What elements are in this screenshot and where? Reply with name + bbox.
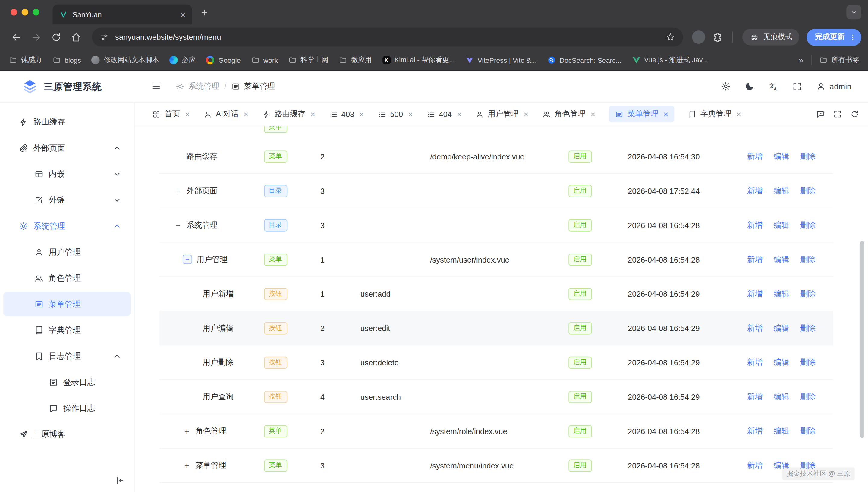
action-delete-link[interactable]: 删除 [800,254,816,264]
collapse-icon[interactable]: − [174,220,182,230]
table-row[interactable]: −用户管理菜单1/system/user/index.vue启用2026-04-… [159,242,833,277]
bookmark-item[interactable]: 必应 [170,55,196,65]
sidebar-item-external[interactable]: 外链 [3,188,130,212]
sidebar-item-menu[interactable]: 菜单管理 [3,292,130,316]
browser-tab[interactable]: SanYuan × [52,4,192,24]
site-settings-icon[interactable] [100,32,109,42]
action-add-link[interactable]: 新增 [747,289,763,299]
table-row[interactable]: 菜单 [159,126,833,140]
action-edit-link[interactable]: 编辑 [774,426,789,436]
action-add-link[interactable]: 新增 [747,151,763,161]
action-delete-link[interactable]: 删除 [800,289,816,299]
content-fullscreen-icon[interactable] [833,110,842,119]
table-row[interactable]: +菜单管理菜单3/system/menu/index.vue启用2026-04-… [159,449,833,483]
user-menu[interactable]: admin [816,81,851,91]
workspace-tab[interactable]: 首页× [152,109,189,119]
workspace-tab[interactable]: 403× [329,109,364,119]
bookmark-item[interactable]: blogs [52,56,81,65]
bookmark-item[interactable]: 微应用 [339,55,372,65]
sidebar-item-send[interactable]: 三原博客 [3,422,130,446]
table-row[interactable]: +路由缓存菜单2/demo/keep-alive/index.vue启用2026… [159,140,833,174]
bookmark-item[interactable]: 修改网站文本脚本 [92,55,159,65]
action-add-link[interactable]: 新增 [747,460,763,470]
address-bar[interactable]: sanyuan.website/system/menu [92,28,683,46]
tab-close-icon[interactable]: × [359,109,364,119]
url-text[interactable]: sanyuan.website/system/menu [115,32,659,41]
action-edit-link[interactable]: 编辑 [774,323,789,333]
minimize-window-button[interactable] [22,9,28,16]
workspace-tab[interactable]: AI对话× [203,109,248,119]
tab-close-icon[interactable]: × [663,109,668,119]
tab-close-icon[interactable]: × [457,109,462,119]
action-delete-link[interactable]: 删除 [800,151,816,161]
brand[interactable]: 三原管理系统 [0,79,134,94]
expand-icon[interactable]: + [183,426,191,436]
workspace-tab[interactable]: 500× [378,109,413,119]
bookmark-item[interactable]: VitePress | Vite &... [465,56,537,65]
workspace-tab[interactable]: 404× [427,109,462,119]
bookmark-item[interactable]: DocSearch: Searc... [547,56,621,65]
sidebar-item-embed[interactable]: 内嵌 [3,162,130,186]
bookmark-item[interactable]: 科学上网 [288,55,328,65]
dark-mode-icon[interactable] [744,81,754,91]
bookmark-item[interactable]: 钝感力 [9,55,42,65]
action-edit-link[interactable]: 编辑 [774,186,789,196]
scrollbar-thumb[interactable] [860,241,864,438]
tab-close-icon[interactable]: × [590,109,595,119]
expand-icon[interactable]: + [183,461,191,470]
action-add-link[interactable]: 新增 [747,392,763,401]
action-delete-link[interactable]: 删除 [800,426,816,436]
action-delete-link[interactable]: 删除 [800,186,816,196]
bookmarks-overflow-icon[interactable]: » [799,55,803,65]
action-edit-link[interactable]: 编辑 [774,392,789,401]
action-add-link[interactable]: 新增 [747,186,763,196]
back-button[interactable] [7,28,25,46]
tab-close-icon[interactable]: × [181,10,185,19]
action-add-link[interactable]: 新增 [747,426,763,436]
table-row[interactable]: −系统管理目录3启用2026-04-08 16:54:28新增编辑删除 [159,208,833,243]
sidebar-item-users[interactable]: 角色管理 [3,266,130,290]
update-button[interactable]: 完成更新 [807,29,861,46]
tab-close-icon[interactable]: × [310,109,315,119]
bookmark-item[interactable]: Vue.js - 渐进式 Jav... [632,55,708,65]
action-delete-link[interactable]: 删除 [800,392,816,401]
action-edit-link[interactable]: 编辑 [774,151,789,161]
fullscreen-icon[interactable] [792,81,802,91]
action-delete-link[interactable]: 删除 [800,323,816,333]
close-window-button[interactable] [10,9,17,16]
action-add-link[interactable]: 新增 [747,323,763,333]
breadcrumb-item-system[interactable]: 系统管理 [175,81,219,91]
zoom-window-button[interactable] [32,9,39,16]
settings-icon[interactable] [721,81,731,91]
action-delete-link[interactable]: 删除 [800,358,816,368]
table-row[interactable]: 用户编辑按钮2user:edit启用2026-04-08 16:54:29新增编… [159,311,833,345]
refresh-icon[interactable] [850,110,859,119]
tab-close-icon[interactable]: × [185,109,189,119]
breadcrumb-item-menu[interactable]: 菜单管理 [231,81,275,91]
expand-icon[interactable]: + [174,186,182,195]
table-row[interactable]: +角色管理菜单2/system/role/index.vue启用2026-04-… [159,414,833,449]
sidebar-item-user[interactable]: 用户管理 [3,240,130,264]
extensions-puzzle-icon[interactable] [713,32,723,43]
action-delete-link[interactable]: 删除 [800,220,816,230]
bookmark-item[interactable]: KKimi.ai - 帮你看更... [382,55,455,65]
sidebar-item-bolt[interactable]: 路由缓存 [3,110,130,134]
extension-avatar-icon[interactable] [692,30,705,44]
tab-search-button[interactable] [846,5,861,20]
action-edit-link[interactable]: 编辑 [774,289,789,299]
sidebar-collapse-button[interactable] [114,476,125,486]
tab-close-icon[interactable]: × [408,109,413,119]
table-row[interactable]: 用户删除按钮3user:delete启用2026-04-08 16:54:29新… [159,345,833,380]
action-edit-link[interactable]: 编辑 [774,358,789,368]
menu-dots-icon[interactable] [849,33,857,41]
all-bookmarks-button[interactable]: 所有书签 [819,55,859,65]
bookmark-item[interactable]: Google [206,56,240,65]
workspace-tab[interactable]: 菜单管理× [609,106,674,122]
workspace-tab[interactable]: 角色管理× [542,109,595,119]
sidebar-item-gear[interactable]: 系统管理 [3,214,130,238]
action-edit-link[interactable]: 编辑 [774,254,789,264]
reload-button[interactable] [46,28,65,46]
home-button[interactable] [66,28,85,46]
workspace-tab[interactable]: 路由缓存× [262,109,315,119]
action-edit-link[interactable]: 编辑 [774,220,789,230]
